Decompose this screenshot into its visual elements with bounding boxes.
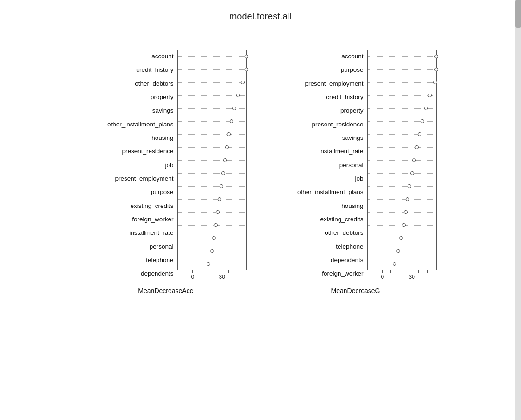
- label-item: job: [275, 172, 364, 185]
- data-dot: [434, 55, 438, 58]
- data-dot: [227, 132, 231, 136]
- x-tick: [390, 270, 391, 273]
- scrollbar[interactable]: [515, 0, 521, 420]
- label-item: property: [85, 91, 174, 104]
- label-item: job: [85, 158, 174, 171]
- dot-line: [368, 212, 436, 213]
- label-item: housing: [85, 132, 174, 144]
- label-item: housing: [275, 199, 364, 212]
- page: model.forest.all accountcredit_historyot…: [0, 0, 521, 420]
- dot-line: [178, 264, 246, 264]
- chart-title: model.forest.all: [0, 0, 521, 22]
- left-axis-label: MeanDecreaseAcc: [138, 287, 193, 295]
- left-x-ticks: 030: [177, 270, 247, 281]
- dot-line: [368, 186, 436, 187]
- dot-line: [178, 134, 246, 135]
- dot-line: [368, 160, 436, 161]
- dot-line: [368, 82, 436, 83]
- data-dot: [218, 197, 221, 201]
- data-dot: [245, 68, 248, 71]
- data-dot: [424, 107, 428, 110]
- label-item: credit_history: [85, 63, 174, 76]
- data-dot: [434, 68, 438, 71]
- data-dot: [232, 107, 236, 110]
- data-dot: [415, 145, 419, 149]
- tick-mark: [412, 270, 412, 273]
- dot-line: [178, 121, 246, 122]
- label-item: dependents: [85, 267, 174, 280]
- label-item: present_employment: [275, 77, 364, 90]
- x-tick: [437, 270, 437, 273]
- data-dot: [421, 119, 424, 123]
- dot-line: [368, 69, 436, 70]
- label-item: telephone: [85, 254, 174, 267]
- label-item: present_residence: [85, 145, 174, 158]
- tick-label: 30: [219, 274, 225, 280]
- x-tick: [238, 270, 238, 273]
- data-dot: [418, 132, 421, 136]
- data-dot: [225, 145, 229, 149]
- x-tick: [247, 270, 247, 273]
- x-tick: [418, 270, 419, 273]
- data-dot: [396, 249, 400, 253]
- dot-line: [178, 82, 246, 83]
- label-item: installment_rate: [85, 226, 174, 239]
- tick-mark: [247, 270, 247, 273]
- data-dot: [241, 81, 245, 84]
- label-item: present_residence: [275, 118, 364, 131]
- label-item: other_installment_plans: [85, 118, 174, 131]
- label-item: credit_history: [275, 91, 364, 104]
- left-chart: accountcredit_historyother_debtorsproper…: [85, 50, 247, 295]
- dot-line: [368, 173, 436, 174]
- label-item: foreign_worker: [85, 213, 174, 226]
- tick-mark: [210, 270, 210, 273]
- data-dot: [402, 223, 406, 227]
- label-item: property: [275, 104, 364, 117]
- right-chart: accountpurposepresent_employmentcredit_h…: [275, 50, 437, 295]
- dot-line: [178, 147, 246, 148]
- label-item: telephone: [275, 240, 364, 253]
- label-item: savings: [85, 104, 174, 117]
- tick-mark: [382, 270, 383, 273]
- label-item: existing_credits: [275, 213, 364, 226]
- data-dot: [404, 210, 408, 214]
- tick-label: 30: [409, 274, 415, 280]
- data-dot: [408, 184, 411, 188]
- label-item: other_installment_plans: [275, 186, 364, 199]
- tick-mark: [400, 270, 400, 273]
- dot-line: [178, 173, 246, 174]
- tick-mark: [201, 270, 201, 273]
- data-dot: [236, 94, 240, 97]
- scrollbar-thumb[interactable]: [515, 0, 521, 28]
- dot-line: [178, 69, 246, 70]
- label-item: other_debtors: [85, 77, 174, 90]
- data-dot: [223, 158, 227, 162]
- dot-line: [178, 160, 246, 161]
- tick-mark: [222, 270, 222, 273]
- tick-mark: [390, 270, 391, 273]
- tick-label: 0: [381, 274, 384, 280]
- dot-line: [368, 121, 436, 122]
- data-dot: [210, 249, 214, 253]
- x-tick: [228, 270, 229, 273]
- data-dot: [428, 94, 432, 97]
- left-labels: accountcredit_historyother_debtorsproper…: [85, 50, 177, 281]
- dot-line: [178, 212, 246, 213]
- data-dot: [207, 262, 210, 266]
- dot-line: [178, 199, 246, 200]
- left-chart-body: accountcredit_historyother_debtorsproper…: [85, 50, 247, 281]
- right-plot-area: [367, 50, 437, 270]
- tick-mark: [427, 270, 428, 273]
- data-dot: [393, 262, 396, 266]
- tick-mark: [228, 270, 229, 273]
- data-dot: [245, 55, 248, 58]
- charts-container: accountcredit_historyother_debtorsproper…: [0, 50, 521, 295]
- dot-line: [368, 56, 436, 57]
- data-dot: [406, 197, 409, 201]
- data-dot: [230, 119, 233, 123]
- x-tick: 30: [409, 270, 415, 280]
- right-chart-body: accountpurposepresent_employmentcredit_h…: [275, 50, 437, 281]
- data-dot: [214, 223, 218, 227]
- right-labels: accountpurposepresent_employmentcredit_h…: [275, 50, 367, 281]
- dot-line: [368, 134, 436, 135]
